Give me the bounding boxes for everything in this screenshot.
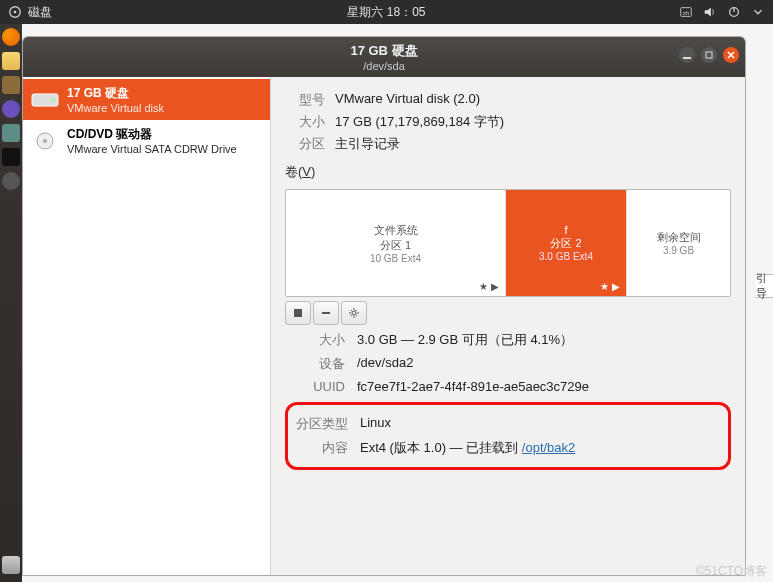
- minimize-button[interactable]: [679, 47, 695, 63]
- volumes-section-label: 卷(V): [285, 163, 731, 181]
- volume-free-space[interactable]: 剩余空间 3.9 GB: [626, 190, 730, 296]
- clock[interactable]: 星期六 18：05: [347, 4, 425, 21]
- model-value: VMware Virtual disk (2.0): [335, 91, 731, 109]
- parttable-label: 分区: [285, 135, 335, 153]
- side-tab-boot[interactable]: 引导: [756, 274, 773, 298]
- volume-toolbar: [285, 301, 731, 325]
- volume-partition-2[interactable]: f 分区 2 3.0 GB Ext4 ★ ▶: [506, 190, 626, 296]
- cd-icon: [31, 131, 59, 151]
- disks-app-icon: [8, 5, 22, 19]
- launcher: [0, 24, 22, 582]
- launcher-docs-icon[interactable]: [2, 124, 20, 142]
- vol-uuid-label: UUID: [285, 379, 357, 394]
- sidebar-item-cdrom[interactable]: CD/DVD 驱动器 VMware Virtual SATA CDRW Driv…: [23, 120, 270, 161]
- parttable-value: 主引导记录: [335, 135, 731, 153]
- svg-rect-6: [683, 57, 691, 59]
- device-sidebar: 17 GB 硬盘 VMware Virtual disk CD/DVD 驱动器 …: [23, 77, 271, 575]
- volume-marks: ★ ▶: [479, 281, 499, 292]
- chevron-down-icon[interactable]: [751, 5, 765, 19]
- close-button[interactable]: [723, 47, 739, 63]
- size-label: 大小: [285, 113, 335, 131]
- maximize-button[interactable]: [701, 47, 717, 63]
- svg-point-1: [14, 11, 17, 14]
- svg-text:zh: zh: [683, 9, 689, 16]
- delete-partition-button[interactable]: [313, 301, 339, 325]
- svg-rect-7: [706, 52, 712, 58]
- annotation-highlight: 分区类型Linux 内容Ext4 (版本 1.0) — 已挂载到 /opt/ba…: [285, 402, 731, 470]
- app-name: 磁盘: [28, 4, 52, 21]
- launcher-software-icon[interactable]: [2, 76, 20, 94]
- vol-device-value: /dev/sda2: [357, 355, 731, 373]
- sidebar-item-label: 17 GB 硬盘: [67, 85, 164, 102]
- vol-type-label: 分区类型: [288, 415, 360, 433]
- vol-content-label: 内容: [288, 439, 360, 457]
- detail-pane: 型号VMware Virtual disk (2.0) 大小17 GB (17,…: [271, 77, 745, 575]
- volume-options-button[interactable]: [341, 301, 367, 325]
- disks-window: 17 GB 硬盘 /dev/sda 17 GB 硬盘 VMware Virtua…: [22, 36, 746, 576]
- sidebar-item-hdd[interactable]: 17 GB 硬盘 VMware Virtual disk: [23, 79, 270, 120]
- launcher-firefox-icon[interactable]: [2, 28, 20, 46]
- vol-content-value: Ext4 (版本 1.0) — 已挂载到 /opt/bak2: [360, 439, 728, 457]
- window-title: 17 GB 硬盘: [350, 42, 417, 60]
- sidebar-item-sublabel: VMware Virtual SATA CDRW Drive: [67, 143, 237, 155]
- svg-rect-13: [322, 312, 330, 314]
- sidebar-item-sublabel: VMware Virtual disk: [67, 102, 164, 114]
- input-method-icon[interactable]: zh: [679, 5, 693, 19]
- window-subtitle: /dev/sda: [363, 60, 405, 72]
- vol-size-value: 3.0 GB — 2.9 GB 可用（已用 4.1%）: [357, 331, 731, 349]
- titlebar[interactable]: 17 GB 硬盘 /dev/sda: [23, 37, 745, 77]
- volume-marks: ★ ▶: [600, 281, 620, 292]
- svg-rect-12: [294, 309, 302, 317]
- launcher-files-icon[interactable]: [2, 52, 20, 70]
- gear-icon: [348, 307, 360, 319]
- svg-point-9: [52, 98, 55, 101]
- launcher-help-icon[interactable]: [2, 100, 20, 118]
- vol-device-label: 设备: [285, 355, 357, 373]
- vol-type-value: Linux: [360, 415, 728, 433]
- launcher-settings-icon[interactable]: [2, 172, 20, 190]
- volume-partition-1[interactable]: 文件系统 分区 1 10 GB Ext4 ★ ▶: [286, 190, 506, 296]
- top-panel: 磁盘 星期六 18：05 zh: [0, 0, 773, 24]
- vol-uuid-value: fc7ee7f1-2ae7-4f4f-891e-ae5aec3c729e: [357, 379, 731, 394]
- sidebar-item-label: CD/DVD 驱动器: [67, 126, 237, 143]
- watermark: ©51CTO博客: [696, 563, 767, 580]
- volume-icon[interactable]: [703, 5, 717, 19]
- svg-point-14: [352, 311, 356, 315]
- launcher-trash-icon[interactable]: [2, 556, 20, 574]
- volume-map: 文件系统 分区 1 10 GB Ext4 ★ ▶ f 分区 2 3.0 GB E…: [285, 189, 731, 297]
- mount-point-link[interactable]: /opt/bak2: [522, 440, 576, 455]
- power-icon[interactable]: [727, 5, 741, 19]
- unmount-button[interactable]: [285, 301, 311, 325]
- hdd-icon: [31, 90, 59, 110]
- launcher-terminal-icon[interactable]: [2, 148, 20, 166]
- model-label: 型号: [285, 91, 335, 109]
- svg-point-11: [43, 139, 47, 143]
- size-value: 17 GB (17,179,869,184 字节): [335, 113, 731, 131]
- vol-size-label: 大小: [285, 331, 357, 349]
